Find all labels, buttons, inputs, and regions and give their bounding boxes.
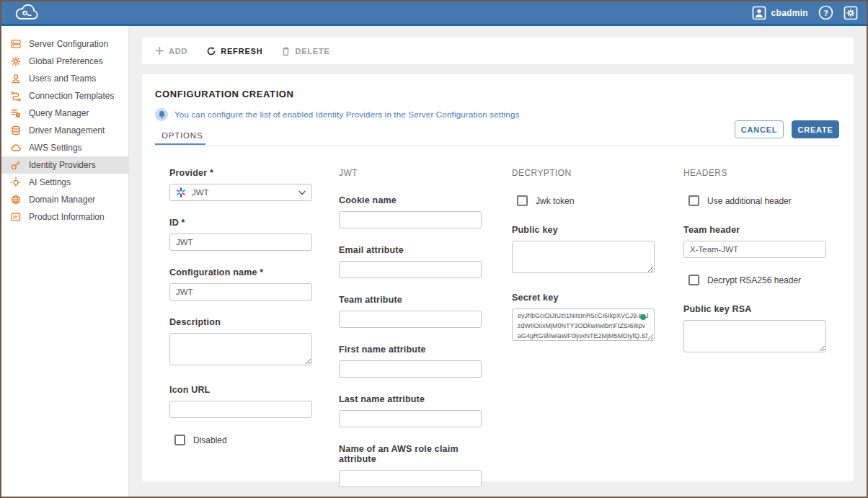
public-key-rsa-textarea[interactable] <box>683 320 826 352</box>
help-icon: ? <box>818 5 833 20</box>
id-input[interactable] <box>169 234 312 251</box>
last-name-attribute-input[interactable] <box>339 410 482 427</box>
info-message-row: You can configure the list of enabled Id… <box>155 108 519 121</box>
cookie-name-label: Cookie name <box>339 195 482 205</box>
provider-select[interactable]: JWT <box>169 184 312 201</box>
help-button[interactable]: ? <box>818 5 833 20</box>
user-icon <box>10 73 22 84</box>
form-column-main: Provider * JWT <box>169 168 312 445</box>
database-icon <box>10 125 22 136</box>
headers-group-label: HEADERS <box>683 168 826 178</box>
globe-icon <box>10 194 22 205</box>
sidebar-item-ai-settings[interactable]: AI Settings <box>1 174 128 191</box>
decrypt-rsa-checkbox[interactable] <box>688 275 699 285</box>
public-key-rsa-label: Public key RSA <box>683 304 826 314</box>
user-avatar-icon <box>752 6 766 20</box>
disabled-checkbox[interactable] <box>174 435 185 445</box>
sidebar-item-connection-templates[interactable]: Connection Templates <box>1 87 128 105</box>
team-attribute-input[interactable] <box>339 311 482 328</box>
public-key-textarea[interactable] <box>512 241 655 273</box>
cloud-icon <box>10 142 22 154</box>
sidebar-item-identity-providers[interactable]: Identity Providers <box>1 156 128 174</box>
jwt-logo-icon <box>176 187 186 197</box>
use-additional-header-label: Use additional header <box>707 196 792 206</box>
jwk-token-checkbox[interactable] <box>517 195 528 206</box>
refresh-button-label: REFRESH <box>221 47 262 55</box>
aws-role-claim-input[interactable] <box>339 470 482 487</box>
plus-icon <box>155 46 164 55</box>
admin-sidebar: Server Configuration Global Preferences … <box>1 26 129 497</box>
decrypt-rsa-label: Decrypt RSA256 header <box>707 275 801 285</box>
sidebar-item-users-and-teams[interactable]: Users and Teams <box>1 70 128 87</box>
decryption-group-label: DECRYPTION <box>512 168 655 178</box>
sidebar-item-label: Driver Management <box>29 125 105 135</box>
key-icon <box>10 159 22 171</box>
sidebar-item-query-manager[interactable]: Query Manager <box>1 105 128 122</box>
sidebar-item-domain-manager[interactable]: Domain Manager <box>1 191 128 208</box>
form-column-jwt: JWT Cookie name Email attribute Team att… <box>339 168 482 498</box>
panel-title: CONFIGURATION CREATION <box>155 89 294 99</box>
sidebar-item-product-information[interactable]: Product Information <box>1 208 128 226</box>
use-additional-header-checkbox-row[interactable]: Use additional header <box>688 195 826 206</box>
create-button[interactable]: CREATE <box>792 120 839 138</box>
cloud-beaver-icon <box>14 4 40 22</box>
secret-key-label: Secret key <box>512 293 655 303</box>
top-bar: cbadmin ? <box>1 1 867 26</box>
info-message-text: You can configure the list of enabled Id… <box>174 110 519 119</box>
icon-url-label: Icon URL <box>169 385 312 395</box>
sidebar-item-server-configuration[interactable]: Server Configuration <box>1 35 128 53</box>
svg-text:?: ? <box>823 9 828 17</box>
email-attribute-input[interactable] <box>339 261 482 278</box>
id-label: ID * <box>169 218 312 228</box>
gear-icon <box>10 55 22 67</box>
sidebar-item-aws-settings[interactable]: AWS Settings <box>1 139 128 156</box>
icon-url-input[interactable] <box>169 401 312 418</box>
configuration-name-input[interactable] <box>169 283 312 301</box>
sidebar-item-label: Product Information <box>29 212 105 222</box>
delete-button[interactable]: DELETE <box>281 46 329 56</box>
configuration-panel: CONFIGURATION CREATION You can configure… <box>142 74 854 481</box>
refresh-icon <box>206 46 216 56</box>
secret-key-textarea[interactable]: eyJhbGciOiJIUzI1NiIsInR5cCI6IkpXVCJ9.eyJ… <box>512 308 655 341</box>
sidebar-item-driver-management[interactable]: Driver Management <box>1 122 128 139</box>
app-window: cbadmin ? <box>0 0 868 498</box>
cloudbeaver-logo <box>14 4 40 22</box>
description-textarea[interactable] <box>169 333 312 365</box>
first-name-attribute-input[interactable] <box>339 360 482 378</box>
refresh-button[interactable]: REFRESH <box>206 46 262 56</box>
bell-icon <box>155 108 168 121</box>
sidebar-item-global-preferences[interactable]: Global Preferences <box>1 53 128 70</box>
user-menu[interactable]: cbadmin <box>752 6 808 20</box>
configuration-name-label: Configuration name * <box>169 267 312 277</box>
use-additional-header-checkbox[interactable] <box>688 195 699 206</box>
cookie-name-input[interactable] <box>339 211 482 228</box>
sidebar-item-label: Identity Providers <box>29 160 96 170</box>
sidebar-item-label: AI Settings <box>29 177 71 187</box>
disabled-checkbox-label: Disabled <box>193 435 227 445</box>
chevron-down-icon <box>298 190 306 195</box>
jwk-token-checkbox-row[interactable]: Jwk token <box>517 195 655 206</box>
sidebar-item-label: Global Preferences <box>29 56 103 66</box>
add-button[interactable]: ADD <box>155 46 187 55</box>
first-name-attribute-label: First name attribute <box>339 344 482 355</box>
ai-chip-icon <box>10 177 22 188</box>
decrypt-rsa-checkbox-row[interactable]: Decrypt RSA256 header <box>688 275 826 285</box>
disabled-checkbox-row[interactable]: Disabled <box>174 435 312 445</box>
server-icon <box>10 38 22 50</box>
settings-button[interactable] <box>843 6 858 20</box>
jwt-group-label: JWT <box>339 168 482 178</box>
aws-role-claim-label: Name of an AWS role claim attribute <box>339 444 482 464</box>
sidebar-item-label: Server Configuration <box>29 39 108 49</box>
form-column-decryption: DECRYPTION Jwk token Public key Secret k… <box>512 168 655 344</box>
tabs-divider <box>155 145 841 146</box>
provider-label: Provider * <box>169 168 312 178</box>
username-label: cbadmin <box>771 8 808 18</box>
team-header-input[interactable] <box>683 241 826 258</box>
provider-selected-value: JWT <box>192 188 293 197</box>
team-attribute-label: Team attribute <box>339 295 482 305</box>
team-header-label: Team header <box>683 225 826 235</box>
info-icon <box>10 211 22 223</box>
query-list-icon <box>10 107 22 119</box>
actions-toolbar: ADD REFRESH DELETE <box>142 37 854 64</box>
cancel-button[interactable]: CANCEL <box>735 120 784 138</box>
